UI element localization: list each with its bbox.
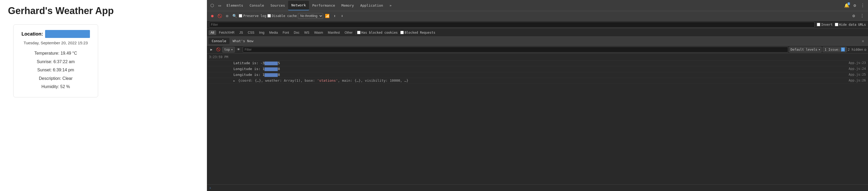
device-icon[interactable]: ▭ (216, 2, 223, 9)
disable-cache-checkbox[interactable] (268, 14, 271, 18)
app-js-25-link[interactable]: App.js:25 (845, 73, 866, 76)
devtools-panel: ⬡ ▭ Elements Console Sources Network Per… (207, 0, 868, 191)
network-filter-input[interactable] (209, 22, 815, 28)
preserve-log-checkbox-label[interactable]: Preserve log (239, 14, 266, 18)
filter-css[interactable]: CSS (246, 30, 256, 35)
console-prompt-input[interactable] (213, 186, 866, 190)
levels-dropdown-icon: ▾ (818, 48, 820, 52)
clear-icon[interactable]: 🚫 (216, 13, 223, 19)
invert-label: Invert (821, 23, 833, 27)
console-line-timestamp: 3:23:59 PM (207, 55, 868, 61)
close-drawer-icon[interactable]: ✕ (860, 38, 866, 44)
object-preview: {coord: {…}, weather: Array(1), base: 's… (238, 78, 408, 83)
tab-sources[interactable]: Sources (267, 1, 288, 10)
sunset-info: Sunset: 6:39:14 pm (22, 67, 90, 73)
location-label: Location: (22, 31, 43, 37)
tab-network[interactable]: Network (288, 1, 309, 10)
temperature-info: Temperature: 19.49 °C (22, 50, 90, 57)
hide-data-urls-label: Hide data URLs (839, 23, 866, 27)
filter-toggle-icon[interactable]: ⊟ (224, 13, 230, 19)
disable-cache-checkbox-label[interactable]: Disable cache (268, 14, 297, 18)
blocked-requests-checkbox[interactable] (400, 31, 404, 34)
preserve-log-label: Preserve log (243, 14, 266, 18)
throttle-select[interactable]: No throttling Fast 3G Slow 3G Offline (298, 13, 323, 19)
eye-icon[interactable]: 👁 (236, 47, 242, 53)
tab-elements[interactable]: Elements (223, 1, 246, 10)
has-blocked-cookies-label[interactable]: Has blocked cookies (357, 31, 398, 34)
tab-console[interactable]: Console (246, 1, 268, 10)
console-line-object[interactable]: ▶ {coord: {…}, weather: Array(1), base: … (207, 78, 868, 84)
console-run-icon[interactable]: ▶ (209, 47, 214, 53)
date-display: Tuesday, September 20, 2022 15:23 (22, 40, 90, 45)
console-line-longitude-2: Longitude is: 18 App.js:25 (207, 72, 868, 78)
record-icon[interactable]: ⏺ (209, 13, 215, 19)
app-js-23-link[interactable]: App.js:23 (845, 61, 866, 65)
issue-count-badge: 1 (841, 47, 845, 52)
blocked-requests-text: Blocked Requests (405, 31, 435, 34)
console-prompt-icon: › (209, 186, 211, 190)
filter-row: Invert Hide data URLs (207, 21, 868, 29)
console-tabs-row: Console What's New ✕ (207, 37, 868, 45)
tab-memory[interactable]: Memory (338, 1, 357, 10)
app-js-24-link[interactable]: App.js:24 (845, 67, 866, 70)
console-line-latitude: Latitude is: -35 App.js:23 (207, 61, 868, 66)
hide-data-urls-checkbox[interactable] (835, 23, 838, 26)
filter-manifest[interactable]: Manifest (326, 30, 342, 35)
download-icon[interactable]: ⬇ (339, 13, 345, 19)
console-clear-icon[interactable]: 🚫 (215, 47, 221, 53)
has-blocked-cookies-text: Has blocked cookies (361, 31, 398, 34)
filter-img[interactable]: Img (257, 30, 267, 35)
wifi-icon[interactable]: 📶 (324, 13, 331, 19)
tab-performance[interactable]: Performance (309, 1, 338, 10)
invert-checkbox[interactable] (817, 23, 820, 26)
longitude-value-highlight (265, 67, 278, 71)
type-filter-separator (356, 31, 356, 35)
nav-right-icons: 🔔 1 ⚙ ⋮ (843, 2, 866, 9)
issue-text: 1 Issue: (825, 48, 840, 52)
settings-gear-icon[interactable]: ⚙ (850, 12, 858, 20)
app-title: Gerhard's Weather App (8, 5, 199, 17)
filter-wasm[interactable]: Wasm (312, 30, 325, 35)
console-filter-input[interactable] (243, 47, 788, 53)
preserve-log-checkbox[interactable] (239, 14, 242, 18)
weather-card: Location: Tuesday, September 20, 2022 15… (13, 24, 98, 97)
notification-icon[interactable]: 🔔 1 (843, 2, 850, 9)
has-blocked-cookies-checkbox[interactable] (357, 31, 361, 34)
app-panel: Gerhard's Weather App Location: Tuesday,… (0, 0, 207, 191)
hide-data-urls-checkbox-label[interactable]: Hide data URLs (835, 23, 866, 27)
settings-icon[interactable]: ⚙ (851, 2, 859, 9)
filter-doc[interactable]: Doc (291, 30, 301, 35)
humidity-info: Humidity: 52 % (22, 83, 90, 90)
search-icon[interactable]: 🔍 (231, 13, 238, 19)
location-input[interactable] (45, 30, 90, 38)
description-info: Description: Clear (22, 75, 90, 82)
devtools-topnav: ⬡ ▭ Elements Console Sources Network Per… (207, 0, 868, 11)
inspect-icon[interactable]: ⬡ (209, 2, 216, 9)
filter-all[interactable]: All (209, 30, 216, 35)
filter-media[interactable]: Media (267, 30, 280, 35)
tab-more[interactable]: » (386, 1, 395, 10)
context-select[interactable]: top ▾ (222, 47, 235, 53)
console-line-longitude-1: Longitude is: 18 App.js:24 (207, 66, 868, 72)
issue-badge-container[interactable]: 1 Issue: 1 (823, 47, 846, 52)
context-dropdown-icon: ▾ (231, 48, 233, 52)
console-settings-icon[interactable]: ⚙ (864, 47, 866, 52)
filter-ws[interactable]: WS (302, 30, 311, 35)
location-row: Location: (22, 30, 90, 38)
tab-whats-new[interactable]: What's New (229, 38, 256, 44)
more-network-icon[interactable]: ⋮ (859, 12, 866, 20)
more-options-icon[interactable]: ⋮ (859, 2, 866, 9)
tab-application[interactable]: Application (357, 1, 386, 10)
upload-icon[interactable]: ⬆ (332, 13, 338, 19)
filter-fetch-xhr[interactable]: Fetch/XHR (217, 30, 237, 35)
app-js-26-link[interactable]: App.js:26 (845, 78, 866, 82)
blocked-requests-label[interactable]: Blocked Requests (400, 31, 435, 34)
filter-js[interactable]: JS (237, 30, 245, 35)
invert-checkbox-label[interactable]: Invert (817, 23, 833, 27)
filter-font[interactable]: Font (280, 30, 291, 35)
longitude2-value-highlight (265, 73, 278, 77)
filter-other[interactable]: Other (342, 30, 355, 35)
levels-select[interactable]: Default levels ▾ (789, 47, 822, 53)
tab-console-drawer[interactable]: Console (209, 38, 229, 44)
expand-arrow[interactable]: ▶ (234, 79, 235, 82)
